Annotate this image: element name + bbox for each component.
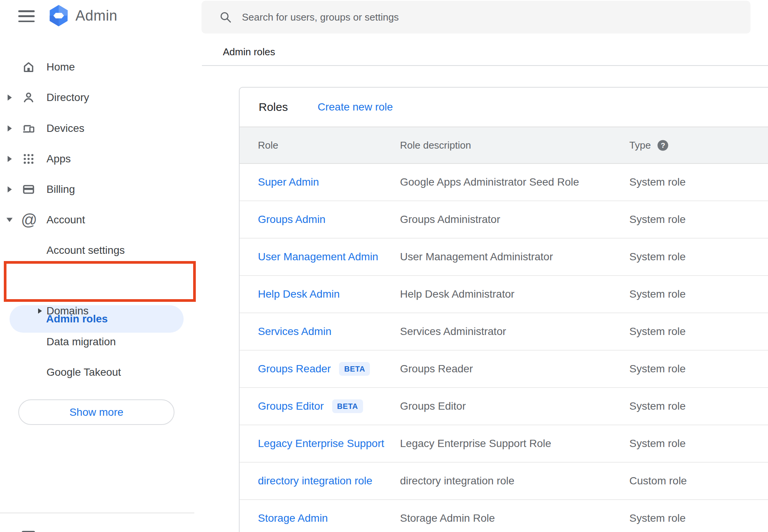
apps-grid-icon bbox=[22, 152, 35, 165]
role-type: System role bbox=[629, 363, 686, 375]
roles-card: Roles Create new role Role Role descript… bbox=[239, 87, 768, 532]
app-title: Admin bbox=[75, 8, 117, 24]
role-cell: Storage Admin bbox=[258, 512, 328, 524]
role-link[interactable]: Groups Editor bbox=[258, 400, 324, 412]
create-new-role-link[interactable]: Create new role bbox=[318, 101, 393, 113]
role-type: System role bbox=[629, 176, 686, 188]
chevron-right-icon bbox=[8, 95, 12, 101]
admin-logo[interactable]: Admin bbox=[48, 5, 117, 27]
role-cell: User Management Admin bbox=[258, 251, 378, 263]
role-link[interactable]: Services Admin bbox=[258, 325, 331, 338]
role-type: System role bbox=[629, 437, 686, 450]
role-description: Groups Editor bbox=[400, 400, 466, 412]
sidebar-subitem-domains[interactable]: Domains bbox=[0, 296, 202, 326]
table-row: Help Desk Admin Help Desk Administrator … bbox=[240, 276, 768, 313]
home-icon bbox=[22, 61, 35, 74]
role-type: System role bbox=[629, 288, 686, 300]
search-icon bbox=[219, 11, 232, 24]
role-cell: Groups Editor BETA bbox=[258, 399, 363, 413]
role-description: Help Desk Administrator bbox=[400, 288, 514, 300]
role-description: Storage Admin Role bbox=[400, 512, 495, 524]
search-bar[interactable] bbox=[202, 1, 750, 34]
breadcrumb: Admin roles bbox=[223, 46, 275, 58]
sidebar-item-account[interactable]: @ Account bbox=[0, 205, 202, 235]
person-icon bbox=[22, 91, 35, 104]
role-description: Groups Administrator bbox=[400, 213, 500, 226]
column-header-role: Role bbox=[258, 139, 278, 151]
role-cell: Help Desk Admin bbox=[258, 288, 340, 300]
chevron-right-icon bbox=[8, 186, 12, 192]
sidebar-subitem-account-settings[interactable]: Account settings bbox=[0, 235, 202, 266]
google-admin-console: Admin Home Directory Devi bbox=[0, 0, 768, 532]
search-input[interactable] bbox=[242, 11, 699, 23]
column-header-type-label: Type bbox=[629, 139, 651, 151]
sidebar-subitem-label: Data migration bbox=[46, 336, 116, 348]
table-row: Super Admin Google Apps Administrator Se… bbox=[240, 164, 768, 201]
chevron-right-icon bbox=[8, 125, 12, 131]
sidebar-subitem-data-migration[interactable]: Data migration bbox=[0, 327, 202, 357]
role-cell: Super Admin bbox=[258, 176, 319, 188]
column-header-type: Type ? bbox=[629, 139, 668, 151]
column-header-role-description: Role description bbox=[400, 139, 471, 151]
sidebar-item-label: Billing bbox=[46, 183, 75, 195]
table-row: Groups Reader BETA Groups Reader System … bbox=[240, 351, 768, 388]
billing-card-icon bbox=[22, 183, 35, 196]
menu-icon[interactable] bbox=[18, 10, 35, 22]
role-link[interactable]: Groups Reader bbox=[258, 363, 331, 375]
sidebar: Home Directory Devices bbox=[0, 37, 202, 532]
table-header: Role Role description Type ? bbox=[240, 127, 768, 164]
role-description: Google Apps Administrator Seed Role bbox=[400, 176, 579, 188]
sidebar-item-devices[interactable]: Devices bbox=[0, 113, 202, 144]
sidebar-item-label: Account bbox=[46, 214, 85, 226]
beta-badge: BETA bbox=[339, 362, 370, 376]
show-more-button[interactable]: Show more bbox=[18, 399, 174, 425]
role-cell: Services Admin bbox=[258, 325, 331, 338]
roles-card-header: Roles Create new role bbox=[240, 88, 768, 127]
table-row: Groups Admin Groups Administrator System… bbox=[240, 201, 768, 239]
role-link[interactable]: Help Desk Admin bbox=[258, 288, 340, 300]
admin-hexagon-icon bbox=[48, 5, 69, 27]
table-row: Services Admin Services Administrator Sy… bbox=[240, 313, 768, 351]
role-description: directory integration role bbox=[400, 475, 514, 487]
role-description: User Management Administrator bbox=[400, 251, 553, 263]
role-link[interactable]: Legacy Enterprise Support bbox=[258, 437, 384, 450]
sidebar-item-home[interactable]: Home bbox=[0, 52, 202, 82]
role-link[interactable]: User Management Admin bbox=[258, 251, 378, 263]
role-link[interactable]: Super Admin bbox=[258, 176, 319, 188]
sidebar-subitem-label: Account settings bbox=[46, 244, 125, 256]
role-description: Groups Reader bbox=[400, 363, 473, 375]
roles-title: Roles bbox=[259, 101, 288, 114]
chevron-right-icon bbox=[38, 308, 42, 314]
role-type: System role bbox=[629, 512, 686, 524]
table-row: Groups Editor BETA Groups Editor System … bbox=[240, 388, 768, 425]
page-divider bbox=[202, 65, 768, 66]
role-description: Legacy Enterprise Support Role bbox=[400, 437, 551, 450]
role-type: System role bbox=[629, 213, 686, 226]
sidebar-item-directory[interactable]: Directory bbox=[0, 82, 202, 113]
sidebar-subitem-label: Domains bbox=[46, 305, 88, 317]
help-icon[interactable]: ? bbox=[658, 140, 668, 151]
role-type: System role bbox=[629, 400, 686, 412]
role-cell: Groups Reader BETA bbox=[258, 362, 370, 376]
chevron-down-icon bbox=[6, 218, 13, 222]
sidebar-item-apps[interactable]: Apps bbox=[0, 144, 202, 174]
sidebar-subitem-google-takeout[interactable]: Google Takeout bbox=[0, 357, 202, 388]
table-row: directory integration role directory int… bbox=[240, 463, 768, 500]
sidebar-item-billing[interactable]: Billing bbox=[0, 174, 202, 205]
sidebar-bottom-divider bbox=[0, 513, 194, 513]
sidebar-item-label: Directory bbox=[46, 91, 89, 104]
table-row: User Management Admin User Management Ad… bbox=[240, 239, 768, 276]
role-type: System role bbox=[629, 251, 686, 263]
sidebar-item-label: Devices bbox=[46, 122, 85, 135]
role-description: Services Administrator bbox=[400, 325, 506, 338]
role-link[interactable]: directory integration role bbox=[258, 475, 372, 487]
role-link[interactable]: Storage Admin bbox=[258, 512, 328, 524]
table-row: Storage Admin Storage Admin Role System … bbox=[240, 500, 768, 532]
role-cell: directory integration role bbox=[258, 475, 372, 487]
role-type: System role bbox=[629, 325, 686, 338]
at-sign-icon: @ bbox=[21, 212, 37, 228]
role-link[interactable]: Groups Admin bbox=[258, 213, 325, 226]
table-row: Legacy Enterprise Support Legacy Enterpr… bbox=[240, 425, 768, 463]
devices-icon bbox=[22, 122, 35, 135]
role-cell: Legacy Enterprise Support bbox=[258, 437, 384, 450]
